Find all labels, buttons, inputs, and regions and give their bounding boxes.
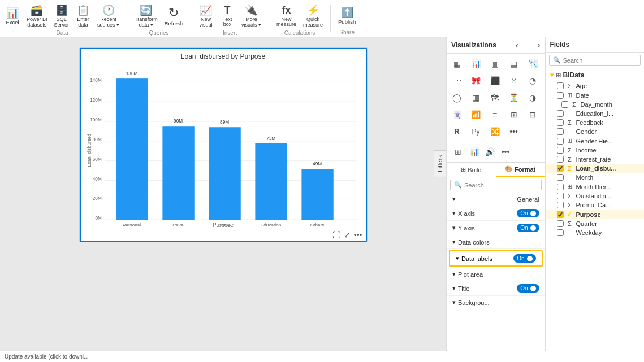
field-age-checkbox[interactable] xyxy=(557,82,564,89)
format-general[interactable]: ▾ General xyxy=(447,193,545,206)
viz-python[interactable]: Py xyxy=(468,124,484,139)
format-data-labels[interactable]: ▾ Data labels On xyxy=(449,250,543,267)
field-promo-sigma: Σ xyxy=(566,202,574,208)
refresh-button[interactable]: ↻ Refresh xyxy=(162,4,186,28)
format-plot-area[interactable]: ▾ Plot area xyxy=(447,268,545,281)
viz-pie[interactable]: ◔ xyxy=(525,73,541,89)
viz-map[interactable]: 🗺 xyxy=(487,90,503,106)
viz-ribbon[interactable]: 🎀 xyxy=(468,73,484,89)
excel-button[interactable]: 📊 Excel xyxy=(2,5,23,27)
viz-funnel[interactable]: ⏳ xyxy=(506,90,522,106)
field-promo-checkbox[interactable] xyxy=(557,202,564,208)
viz-donut[interactable]: ◯ xyxy=(449,90,465,106)
power-bi-datasets-button[interactable]: 🗃️ Power BIdatasets xyxy=(24,2,50,30)
viz-100pct-bar[interactable]: ▤ xyxy=(506,56,522,72)
viz-nav-prev[interactable]: ‹ xyxy=(516,41,518,50)
build-tab[interactable]: ⊞ Build xyxy=(447,163,496,177)
viz-slicer[interactable]: ≡ xyxy=(487,107,503,123)
svg-text:40M: 40M xyxy=(92,177,101,182)
field-weekday-checkbox[interactable] xyxy=(557,229,564,236)
viz-clustered-bar[interactable]: 📊 xyxy=(468,56,484,72)
field-interest-rate-checkbox[interactable] xyxy=(557,156,564,163)
field-gender-hier-checkbox[interactable] xyxy=(557,138,564,145)
field-purpose-checkbox[interactable] xyxy=(557,211,564,218)
enter-data-button[interactable]: 📋 Enterdata xyxy=(73,2,93,30)
bar-personal[interactable] xyxy=(116,78,148,220)
recent-sources-button[interactable]: 🕐 Recentsources ▾ xyxy=(94,2,122,30)
new-measure-button[interactable]: fx Newmeasure xyxy=(274,3,299,30)
viz-line[interactable]: 📉 xyxy=(525,56,541,72)
svg-text:136M: 136M xyxy=(126,71,137,76)
field-education-checkbox[interactable] xyxy=(557,110,564,117)
field-income-checkbox[interactable] xyxy=(557,147,564,154)
viz-sub-chart-icon[interactable]: 📊 xyxy=(467,145,481,159)
more-options-icon[interactable]: ••• xyxy=(354,230,362,239)
field-gender-checkbox[interactable] xyxy=(557,128,564,135)
publish-button[interactable]: ⬆️ Publish xyxy=(335,5,358,27)
field-quarter-sigma: Σ xyxy=(566,220,574,227)
viz-stacked-bar[interactable]: ▦ xyxy=(449,56,465,72)
field-feedback-checkbox[interactable] xyxy=(557,119,564,126)
quick-measure-button[interactable]: ⚡ Quickmeasure xyxy=(300,2,326,30)
bar-home[interactable] xyxy=(209,127,240,220)
chart-container: 0M 20M 40M 60M 80M 100M 120M 140M xyxy=(84,63,362,226)
bar-education[interactable] xyxy=(255,143,287,220)
bar-others[interactable] xyxy=(301,169,333,220)
viz-decomp[interactable]: 🔀 xyxy=(487,124,503,139)
x-axis-toggle[interactable]: On xyxy=(517,209,539,217)
filter-icon[interactable]: ⛶ xyxy=(332,230,340,239)
data-group-title: Data xyxy=(0,30,124,37)
field-day-month-checkbox[interactable] xyxy=(561,101,568,108)
data-colors-chevron: ▾ xyxy=(452,238,456,246)
bidata-section[interactable]: ▾ ⊞ BIData xyxy=(546,69,645,81)
viz-sub-more[interactable]: ••• xyxy=(499,145,512,159)
viz-r-script[interactable]: R xyxy=(449,124,465,139)
fields-search-input[interactable] xyxy=(563,57,637,64)
more-visuals-button[interactable]: 🔌 Morevisuals ▾ xyxy=(239,2,264,30)
format-data-colors[interactable]: ▾ Data colors xyxy=(447,235,545,249)
viz-kpi[interactable]: 📶 xyxy=(468,107,484,123)
viz-matrix[interactable]: ⊟ xyxy=(525,107,541,123)
field-quarter-checkbox[interactable] xyxy=(557,220,564,227)
viz-card[interactable]: 🃏 xyxy=(449,107,465,123)
viz-table[interactable]: ⊞ xyxy=(506,107,522,123)
sql-server-button[interactable]: 🗄️ SQLServer xyxy=(51,2,72,30)
title-toggle[interactable]: On xyxy=(517,284,539,293)
format-x-axis[interactable]: ▾ X axis On xyxy=(447,206,545,221)
y-axis-toggle[interactable]: On xyxy=(517,224,539,232)
data-labels-toggle[interactable]: On xyxy=(513,254,535,263)
viz-nav-next[interactable]: › xyxy=(538,41,541,50)
new-measure-label: Newmeasure xyxy=(276,17,296,28)
viz-waterfall[interactable]: ⬛ xyxy=(487,73,503,89)
field-month-hier-checkbox[interactable] xyxy=(557,184,564,190)
format-tab[interactable]: 🎨 Format xyxy=(496,163,545,177)
filters-tab[interactable]: Filters xyxy=(434,150,446,177)
viz-scatter[interactable]: ⁙ xyxy=(506,73,522,89)
svg-text:Personal: Personal xyxy=(122,223,140,226)
format-title[interactable]: ▾ Title On xyxy=(447,281,545,296)
viz-stacked-bar-2[interactable]: ▥ xyxy=(487,56,503,72)
text-box-button[interactable]: T Textbox xyxy=(217,3,237,30)
field-date-checkbox[interactable] xyxy=(557,92,564,99)
viz-search-input[interactable] xyxy=(464,182,538,189)
new-visual-button[interactable]: 📈 Newvisual xyxy=(196,2,216,30)
viz-sub-audio[interactable]: 🔊 xyxy=(483,145,496,159)
viz-sub-grid[interactable]: ⊞ xyxy=(451,145,465,159)
format-background[interactable]: ▾ Backgrou... xyxy=(447,296,545,309)
bar-travel[interactable] xyxy=(162,126,194,220)
transform-data-button[interactable]: 🔄 Transformdata ▾ xyxy=(132,2,161,30)
field-outstanding-checkbox[interactable] xyxy=(557,193,564,199)
viz-treemap[interactable]: ▦ xyxy=(468,90,484,106)
viz-area[interactable]: 〰 xyxy=(449,73,465,89)
format-label: Format xyxy=(515,166,535,173)
field-date: ⊞ Date xyxy=(546,90,645,100)
data-labels-label: Data labels xyxy=(461,255,492,262)
field-loan-disbursed-checkbox[interactable] xyxy=(557,165,564,172)
viz-gauge[interactable]: ◑ xyxy=(525,90,541,106)
expand-icon[interactable]: ⤢ xyxy=(344,230,351,239)
field-purpose: ✓ Purpose xyxy=(546,210,645,219)
format-y-axis[interactable]: ▾ Y axis On xyxy=(447,221,545,235)
field-month-checkbox[interactable] xyxy=(557,174,564,181)
viz-more[interactable]: ••• xyxy=(506,124,522,139)
title-toggle-label: On xyxy=(520,285,528,291)
